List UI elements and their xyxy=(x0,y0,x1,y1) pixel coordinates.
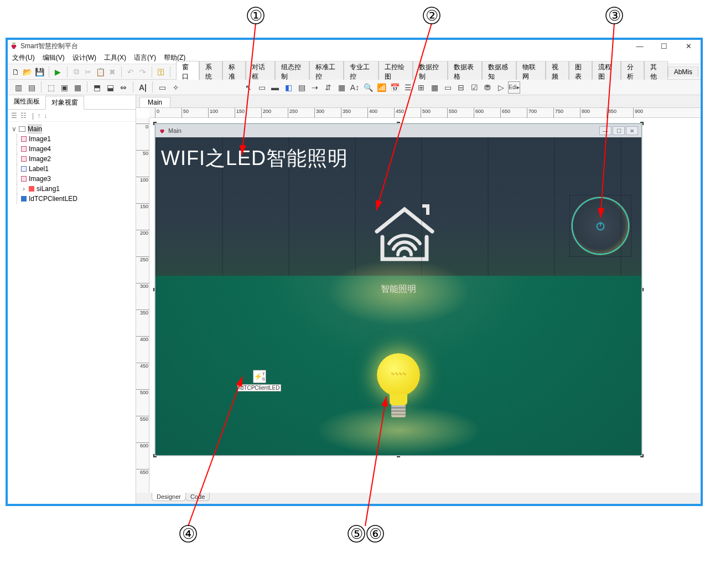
align-top-icon[interactable]: ⬒ xyxy=(91,81,103,94)
copy-icon[interactable]: ⧉ xyxy=(71,66,82,78)
palette-tab-abmis[interactable]: AbMis xyxy=(668,66,698,77)
side-toolbar: ☰ ☷ | ↑ ↓ xyxy=(8,110,136,122)
tree-item[interactable]: Image2 xyxy=(11,154,132,164)
run-icon[interactable]: ▶ xyxy=(53,66,64,78)
form-main-window[interactable]: Main — ☐ ✕ WIFI之LED智能照明 xyxy=(155,123,642,456)
application-window: Smart智慧控制平台 — ☐ ✕ 文件(U) 编辑(V) 设计(W) 工具(X… xyxy=(6,38,703,506)
side-down-icon[interactable]: ↓ xyxy=(44,112,47,120)
form-min-button[interactable]: — xyxy=(599,126,611,135)
comp-zoom-icon[interactable]: 🔍 xyxy=(362,81,374,94)
view-tabs: Designer Code xyxy=(136,493,701,504)
comp-check-icon[interactable]: ☑ xyxy=(468,81,480,94)
ruler-horizontal: 0501001502002503003504004505005506006507… xyxy=(149,108,701,118)
open-icon[interactable]: 📂 xyxy=(22,66,33,78)
form-title-text: Main xyxy=(168,127,182,134)
undo-icon[interactable]: ↶ xyxy=(125,66,136,78)
new-icon[interactable]: 🗋 xyxy=(10,66,21,78)
delete-icon[interactable]: ✖ xyxy=(107,66,118,78)
menu-language[interactable]: 语言(Y) xyxy=(134,53,156,63)
glow-bottom xyxy=(315,405,481,455)
snap2-icon[interactable]: ⟡ xyxy=(169,81,182,94)
window-minimize-button[interactable]: — xyxy=(628,40,652,52)
bring-front-icon[interactable]: ▣ xyxy=(58,81,70,94)
tree-item[interactable]: Label1 xyxy=(11,164,132,174)
side-tab-object-inspector[interactable]: 对象视窗 xyxy=(45,96,84,110)
side-tab-properties[interactable]: 属性面板 xyxy=(8,95,45,109)
side-filter-icon[interactable]: ☰ xyxy=(11,112,17,120)
subtitle-label: 智能照明 xyxy=(156,283,641,295)
send-back-icon[interactable]: ⬚ xyxy=(45,81,57,94)
cursor-icon[interactable]: ↖ xyxy=(242,81,255,94)
comp-slider-icon[interactable]: ⊟ xyxy=(455,81,467,94)
header-label: WIFI之LED智能照明 xyxy=(161,145,348,172)
dist-h-icon[interactable]: ⇔ xyxy=(117,81,129,94)
paste-icon[interactable]: 📋 xyxy=(95,66,106,78)
form-max-button[interactable]: ☐ xyxy=(613,126,625,135)
side-panel: 属性面板 对象视窗 ☰ ☷ | ↑ ↓ ∨ Main Image1 Image4… xyxy=(8,95,136,504)
align-left-icon[interactable]: ▥ xyxy=(12,81,24,94)
svg-point-24 xyxy=(597,223,604,230)
comp-color-icon[interactable]: ◧ xyxy=(282,81,294,94)
comp-edit-icon[interactable]: A↕ xyxy=(349,81,361,94)
comp-grid-icon[interactable]: ▦ xyxy=(335,81,348,94)
form-titlebar: Main — ☐ ✕ xyxy=(156,124,641,137)
menu-edit[interactable]: 编辑(V) xyxy=(43,53,65,63)
comp-table-icon[interactable]: ▦ xyxy=(428,81,440,94)
key-icon[interactable]: ⚿ xyxy=(156,66,167,78)
side-filter2-icon[interactable]: ☷ xyxy=(20,112,27,120)
image-top-panel[interactable]: WIFI之LED智能照明 xyxy=(156,137,641,276)
tree-root-label: Main xyxy=(28,124,42,134)
save-icon[interactable]: 💾 xyxy=(34,66,45,78)
align-right-icon[interactable]: ▤ xyxy=(25,81,38,94)
svg-text:⑥: ⑥ xyxy=(369,526,382,542)
menu-tools[interactable]: 工具(X) xyxy=(104,53,126,63)
comp-chart-icon[interactable]: ▤ xyxy=(296,81,308,94)
form-close-button[interactable]: ✕ xyxy=(626,126,638,135)
design-canvas[interactable]: 0501001502002503003504004505005506006507… xyxy=(136,107,701,493)
tree-item[interactable]: IdTCPClientLED xyxy=(11,194,132,204)
svg-point-7 xyxy=(606,7,623,24)
tree-item[interactable]: Image1 xyxy=(11,134,132,144)
cut-icon[interactable]: ✂ xyxy=(83,66,94,78)
image-bottom-panel[interactable]: 智能照明 ⚡TS IdTCPClientLED ∿∿∿∿ xyxy=(156,276,641,455)
comp-signal-icon[interactable]: 📶 xyxy=(375,81,387,94)
svg-point-10 xyxy=(180,525,196,542)
menu-file[interactable]: 文件(U) xyxy=(12,53,35,63)
comp-tree-icon[interactable]: ⊞ xyxy=(415,81,427,94)
tree-item[interactable]: Image4 xyxy=(11,144,132,154)
comp-btn-icon[interactable]: ▭ xyxy=(442,81,454,94)
titlebar: Smart智慧控制平台 — ☐ ✕ xyxy=(8,40,701,52)
tab-designer[interactable]: Designer xyxy=(152,493,186,501)
designer-area: Main 05010015020025030035040045050055060… xyxy=(136,95,701,504)
svg-point-22 xyxy=(161,131,164,133)
power-button-image[interactable] xyxy=(573,198,628,254)
comp-db-icon[interactable]: ⛃ xyxy=(481,81,494,94)
document-tab-main[interactable]: Main xyxy=(139,97,170,107)
comp-edit2-icon[interactable]: Edi▸ xyxy=(508,81,520,94)
idtcpclient-component[interactable]: ⚡TS IdTCPClientLED xyxy=(237,370,281,391)
window-maximize-button[interactable]: ☐ xyxy=(652,40,676,52)
menu-design[interactable]: 设计(W) xyxy=(72,53,96,63)
comp-split-icon[interactable]: ⇵ xyxy=(322,81,334,94)
comp-cal-icon[interactable]: 📅 xyxy=(388,81,401,94)
align-bottom-icon[interactable]: ⬓ xyxy=(104,81,116,94)
tcp-component-icon: ⚡TS xyxy=(253,370,266,383)
redo-icon[interactable]: ↷ xyxy=(137,66,148,78)
comp-panel-icon[interactable]: ▭ xyxy=(256,81,268,94)
window-close-button[interactable]: ✕ xyxy=(676,40,701,52)
text-icon[interactable]: A| xyxy=(137,81,149,94)
tab-code[interactable]: Code xyxy=(185,493,210,501)
comp-panel2-icon[interactable]: ▬ xyxy=(269,81,281,94)
tree-item[interactable]: Image3 xyxy=(11,174,132,184)
tree-item[interactable]: ›siLang1 xyxy=(11,184,132,194)
snap-icon[interactable]: ▭ xyxy=(156,81,168,94)
svg-point-15 xyxy=(367,525,383,542)
comp-hline-icon[interactable]: ⇢ xyxy=(309,81,321,94)
tree-root[interactable]: ∨ Main xyxy=(11,124,132,134)
side-up-icon[interactable]: ↑ xyxy=(37,112,40,120)
comp-list-icon[interactable]: ☰ xyxy=(402,81,414,94)
group-icon[interactable]: ▦ xyxy=(71,81,84,94)
selection-outline xyxy=(569,195,631,257)
comp-play-icon[interactable]: ▷ xyxy=(495,81,507,94)
toolbar-main: 🗋 📂 💾 ▶ ⧉ ✂ 📋 ✖ ↶ ↷ ⚿ 窗口 系统 标准 对话框 组态控制 … xyxy=(8,64,701,80)
